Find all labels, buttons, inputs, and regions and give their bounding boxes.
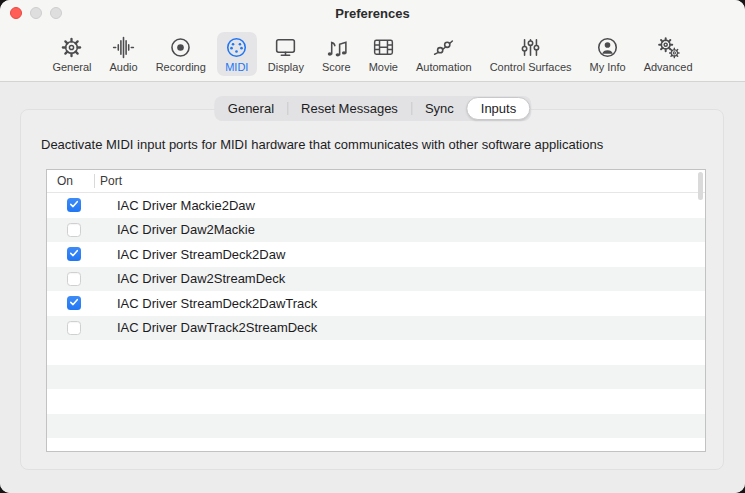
toolbar-item-label: Automation [416, 61, 472, 74]
description-text: Deactivate MIDI input ports for MIDI har… [41, 137, 603, 152]
on-cell [47, 321, 117, 335]
gears-icon [655, 35, 681, 61]
toolbar-item-label: Recording [156, 61, 206, 74]
minimize-button[interactable] [30, 7, 42, 19]
toolbar-item-my-info[interactable]: My Info [583, 32, 633, 76]
sub-tab-bar: GeneralReset MessagesSyncInputs [214, 96, 531, 121]
toolbar-item-general[interactable]: General [45, 32, 98, 76]
toolbar-item-recording[interactable]: Recording [149, 32, 213, 76]
table-row[interactable]: IAC Driver Daw2StreamDeck [47, 267, 705, 292]
midi-inputs-table: On Port IAC Driver Mackie2DawIAC Driver … [46, 169, 706, 452]
gear-icon [59, 35, 85, 61]
table-header: On Port [47, 170, 705, 193]
toolbar-item-audio[interactable]: Audio [103, 32, 145, 76]
toolbar-item-label: General [52, 61, 91, 74]
toolbar-item-score[interactable]: Score [315, 32, 358, 76]
automation-nodes-icon [431, 35, 457, 61]
toolbar-item-advanced[interactable]: Advanced [637, 32, 700, 76]
person-icon [595, 35, 621, 61]
toolbar-item-label: Control Surfaces [490, 61, 572, 74]
port-enabled-checkbox[interactable] [67, 247, 81, 261]
toolbar-item-label: Display [268, 61, 304, 74]
table-rows: IAC Driver Mackie2DawIAC Driver Daw2Mack… [47, 193, 705, 452]
on-cell [47, 198, 117, 212]
table-row-empty [47, 340, 705, 365]
port-name: IAC Driver Daw2Mackie [117, 222, 705, 237]
table-row[interactable]: IAC Driver Daw2Mackie [47, 218, 705, 243]
film-icon [370, 35, 396, 61]
table-row-empty [47, 365, 705, 390]
table-row[interactable]: IAC Driver StreamDeck2DawTrack [47, 291, 705, 316]
on-cell [47, 296, 117, 310]
tab-inputs[interactable]: Inputs [467, 97, 530, 120]
table-row[interactable]: IAC Driver DawTrack2StreamDeck [47, 316, 705, 341]
vertical-scrollbar-thumb[interactable] [698, 172, 703, 200]
waveform-icon [111, 35, 137, 61]
port-enabled-checkbox[interactable] [67, 223, 81, 237]
table-row[interactable]: IAC Driver Mackie2Daw [47, 193, 705, 218]
table-row-empty [47, 414, 705, 439]
toolbar-item-label: Score [322, 61, 351, 74]
port-name: IAC Driver StreamDeck2Daw [117, 247, 705, 262]
on-cell [47, 272, 117, 286]
port-name: IAC Driver DawTrack2StreamDeck [117, 320, 705, 335]
tab-reset-messages[interactable]: Reset Messages [288, 97, 411, 120]
toolbar-item-label: Advanced [644, 61, 693, 74]
window-title: Preferences [335, 6, 409, 21]
port-name: IAC Driver StreamDeck2DawTrack [117, 296, 705, 311]
check-icon [68, 198, 80, 213]
column-header-on: On [47, 174, 94, 188]
port-name: IAC Driver Mackie2Daw [117, 198, 705, 213]
preferences-window: Preferences GeneralAudioRecordingMIDIDis… [0, 0, 745, 493]
toolbar-item-label: My Info [590, 61, 626, 74]
tab-sync[interactable]: Sync [412, 97, 467, 120]
port-enabled-checkbox[interactable] [67, 198, 81, 212]
record-icon [168, 35, 194, 61]
column-separator[interactable] [94, 174, 95, 188]
title-bar[interactable]: Preferences [0, 0, 745, 26]
toolbar: GeneralAudioRecordingMIDIDisplayScoreMov… [0, 26, 745, 82]
on-cell [47, 247, 117, 261]
zoom-button[interactable] [50, 7, 62, 19]
monitor-icon [273, 35, 299, 61]
check-icon [68, 296, 80, 311]
on-cell [47, 223, 117, 237]
toolbar-item-movie[interactable]: Movie [362, 32, 405, 76]
music-notes-icon [323, 35, 349, 61]
port-enabled-checkbox[interactable] [67, 272, 81, 286]
toolbar-item-display[interactable]: Display [261, 32, 311, 76]
traffic-lights [10, 7, 62, 19]
toolbar-item-automation[interactable]: Automation [409, 32, 479, 76]
toolbar-item-label: Audio [110, 61, 138, 74]
port-enabled-checkbox[interactable] [67, 296, 81, 310]
toolbar-item-midi[interactable]: MIDI [217, 32, 257, 76]
check-icon [68, 247, 80, 262]
close-button[interactable] [10, 7, 22, 19]
table-row-empty [47, 389, 705, 414]
table-row-empty [47, 438, 705, 452]
port-enabled-checkbox[interactable] [67, 321, 81, 335]
midi-din-icon [224, 35, 250, 61]
sliders-icon [518, 35, 544, 61]
content-area: Deactivate MIDI input ports for MIDI har… [0, 82, 745, 493]
toolbar-item-control-surfaces[interactable]: Control Surfaces [483, 32, 579, 76]
column-header-port: Port [94, 174, 122, 188]
toolbar-item-label: Movie [369, 61, 398, 74]
tab-general[interactable]: General [215, 97, 287, 120]
table-row[interactable]: IAC Driver StreamDeck2Daw [47, 242, 705, 267]
port-name: IAC Driver Daw2StreamDeck [117, 271, 705, 286]
toolbar-item-label: MIDI [225, 61, 248, 74]
tab-content-box: Deactivate MIDI input ports for MIDI har… [20, 109, 724, 470]
